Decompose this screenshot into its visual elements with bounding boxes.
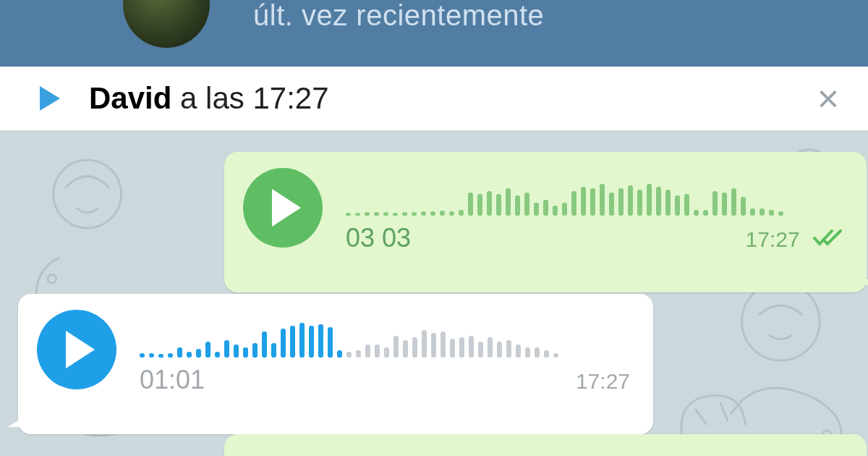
waveform-bar	[346, 213, 351, 216]
waveform-bar	[665, 190, 671, 216]
avatar[interactable]	[123, 0, 210, 48]
waveform-bar	[205, 342, 210, 358]
bubble-tail-icon	[860, 275, 868, 285]
last-seen-status: últ. vez recientemente	[253, 0, 544, 32]
waveform-bar	[488, 337, 493, 358]
waveform-bar	[299, 323, 305, 358]
voice-message-outgoing-partial[interactable]	[224, 434, 867, 456]
message-time: 17:27	[576, 369, 630, 394]
play-icon	[272, 189, 301, 227]
voice-message-outgoing[interactable]: 03 03 17:27	[224, 152, 867, 292]
bubble-tail-icon	[7, 417, 25, 427]
waveform-bar	[412, 337, 417, 358]
waveform-bar	[675, 195, 680, 216]
waveform-bar	[224, 340, 229, 358]
waveform-bar	[215, 352, 220, 358]
waveform-bar	[628, 185, 633, 216]
now-playing-middle: a las	[171, 81, 252, 115]
waveform-bar	[731, 188, 736, 216]
waveform-bar	[365, 212, 370, 216]
waveform[interactable]	[140, 314, 630, 358]
waveform-bar	[506, 188, 511, 216]
waveform-bar	[656, 187, 661, 216]
play-icon	[66, 331, 95, 368]
waveform-bar	[497, 342, 502, 358]
waveform-bar	[496, 194, 501, 216]
waveform-bar	[337, 350, 342, 358]
play-icon[interactable]	[40, 86, 60, 111]
waveform-bar	[177, 347, 182, 358]
waveform-bar	[355, 213, 360, 216]
voice-content: 01:01 17:27	[140, 310, 630, 395]
waveform-bar	[309, 326, 314, 358]
waveform-bar	[318, 324, 323, 358]
message-time: 17:27	[746, 227, 843, 252]
svg-point-6	[742, 282, 820, 360]
close-icon[interactable]: ×	[817, 80, 839, 117]
waveform-bar	[449, 211, 454, 216]
waveform-bar	[760, 208, 765, 216]
waveform-bar	[703, 210, 708, 216]
waveform-bar	[262, 332, 267, 358]
chat-header[interactable]: últ. vez recientemente	[0, 0, 868, 67]
waveform-bar	[149, 353, 154, 358]
waveform-bar	[684, 194, 689, 216]
now-playing-text: David a las 17:27	[89, 81, 329, 116]
waveform-bar	[778, 211, 783, 216]
waveform-bar	[402, 212, 407, 216]
read-checkmarks-icon	[813, 229, 843, 247]
waveform-bar	[647, 184, 652, 216]
waveform-bar	[600, 184, 605, 216]
waveform-bar	[609, 193, 614, 216]
waveform-bar	[534, 203, 539, 216]
waveform-bar	[712, 191, 718, 216]
waveform-bar	[328, 327, 333, 358]
waveform-bar	[524, 193, 529, 216]
chat-body[interactable]: 03 03 17:27 01:01 17:27	[0, 130, 868, 456]
waveform-bar	[459, 210, 464, 216]
telegram-chat-screen: últ. vez recientemente David a las 17:27…	[0, 0, 868, 456]
waveform-bar	[431, 333, 436, 358]
waveform-bar	[430, 211, 435, 216]
play-button[interactable]	[243, 168, 323, 248]
voice-duration: 03 03	[346, 223, 411, 253]
waveform-bar	[535, 347, 540, 358]
waveform-bar	[525, 347, 530, 358]
waveform-bar	[477, 194, 482, 216]
waveform-bar	[168, 353, 173, 358]
waveform-bar	[769, 210, 774, 216]
svg-point-0	[54, 160, 122, 228]
waveform-bar	[374, 212, 379, 216]
waveform-bar	[346, 352, 352, 358]
waveform-bar	[356, 350, 361, 358]
waveform-bar	[187, 352, 192, 358]
waveform-bar	[459, 337, 464, 358]
waveform-bar	[469, 336, 474, 358]
waveform-bar	[741, 197, 746, 216]
waveform-bar	[487, 191, 492, 216]
waveform-bar	[252, 343, 258, 358]
waveform[interactable]	[346, 172, 843, 216]
waveform-bar	[196, 349, 201, 358]
svg-point-1	[48, 275, 56, 284]
waveform-bar	[450, 339, 455, 358]
voice-duration: 01:01	[140, 365, 205, 395]
voice-content: 03 03 17:27	[346, 168, 843, 253]
waveform-bar	[393, 213, 398, 216]
waveform-bar	[468, 193, 473, 216]
waveform-bar	[581, 187, 586, 216]
waveform-bar	[722, 193, 727, 216]
waveform-bar	[571, 191, 576, 216]
waveform-bar	[422, 330, 427, 358]
voice-message-incoming[interactable]: 01:01 17:27	[18, 294, 653, 434]
waveform-bar	[158, 354, 163, 358]
waveform-bar	[281, 329, 286, 358]
waveform-bar	[271, 343, 276, 358]
waveform-bar	[412, 212, 417, 216]
waveform-bar	[403, 340, 408, 358]
waveform-bar	[543, 200, 548, 216]
waveform-bar	[365, 345, 370, 358]
play-button[interactable]	[37, 310, 116, 389]
now-playing-time: 17:27	[252, 81, 328, 115]
now-playing-bar[interactable]: David a las 17:27 ×	[0, 67, 868, 130]
